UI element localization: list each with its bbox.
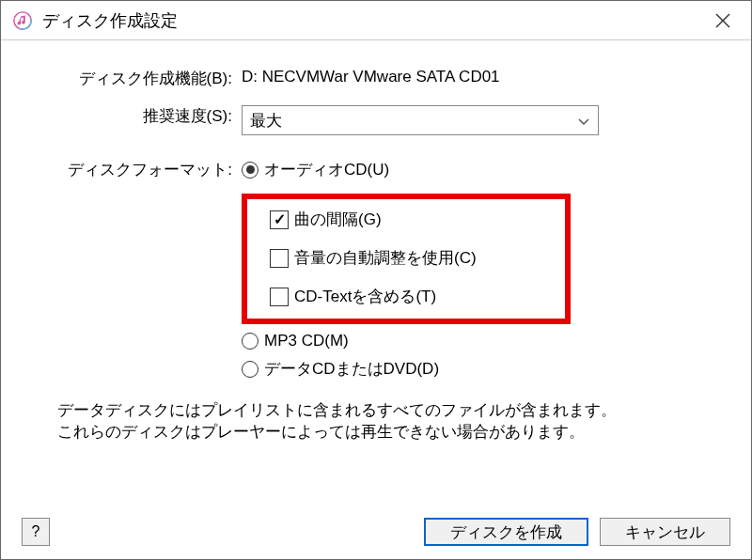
radio-data-cd[interactable]: データCDまたはDVD(D) [242, 358, 725, 380]
radio-mp3-cd[interactable]: MP3 CD(M) [242, 332, 725, 350]
checkbox-icon [270, 249, 289, 268]
chevron-down-icon [577, 114, 590, 127]
checkbox-soundcheck[interactable]: 音量の自動調整を使用(C) [270, 247, 542, 269]
format-label: ディスクフォーマット: [27, 156, 242, 180]
titlebar: ディスク作成設定 [1, 1, 751, 40]
radio-label: オーディオCD(U) [264, 159, 389, 180]
checkbox-label: CD-Textを含める(T) [294, 286, 436, 307]
footer: ? ディスクを作成 キャンセル [1, 505, 751, 559]
app-icon [12, 10, 33, 31]
dialog-window: ディスク作成設定 ディスク作成機能(B): D: NECVMWar VMware… [0, 0, 752, 560]
info-text: データディスクにはプレイリストに含まれるすべてのファイルが含まれます。 これらの… [27, 400, 725, 443]
speed-select[interactable]: 最大 [242, 105, 599, 135]
checkbox-label: 音量の自動調整を使用(C) [294, 247, 477, 269]
burner-label: ディスク作成機能(B): [27, 65, 242, 89]
checkbox-gap[interactable]: 曲の間隔(G) [270, 209, 542, 230]
close-button[interactable] [702, 2, 744, 39]
info-line-1: データディスクにはプレイリストに含まれるすべてのファイルが含まれます。 [57, 400, 725, 422]
checkbox-label: 曲の間隔(G) [294, 209, 382, 230]
content-area: ディスク作成機能(B): D: NECVMWar VMware SATA CD0… [1, 40, 751, 505]
radio-label: データCDまたはDVD(D) [264, 358, 439, 380]
speed-label: 推奨速度(S): [27, 102, 242, 127]
radio-icon [242, 361, 258, 378]
burner-value: D: NECVMWar VMware SATA CD01 [242, 65, 725, 86]
checkbox-icon [270, 210, 289, 229]
radio-label: MP3 CD(M) [264, 332, 349, 350]
window-title: ディスク作成設定 [42, 9, 702, 32]
checkbox-icon [270, 288, 289, 306]
radio-audio-cd[interactable]: オーディオCD(U) [242, 159, 725, 180]
highlight-box: 曲の間隔(G) 音量の自動調整を使用(C) CD-Textを含める(T) [242, 194, 571, 324]
burn-button[interactable]: ディスクを作成 [424, 518, 588, 546]
info-line-2: これらのディスクはプレーヤーによっては再生できない場合があります。 [57, 422, 725, 443]
checkbox-cdtext[interactable]: CD-Textを含める(T) [270, 286, 542, 307]
help-button[interactable]: ? [22, 518, 50, 546]
radio-icon [242, 162, 258, 179]
speed-selected-value: 最大 [250, 110, 577, 132]
cancel-button[interactable]: キャンセル [600, 518, 730, 546]
radio-icon [242, 333, 258, 350]
